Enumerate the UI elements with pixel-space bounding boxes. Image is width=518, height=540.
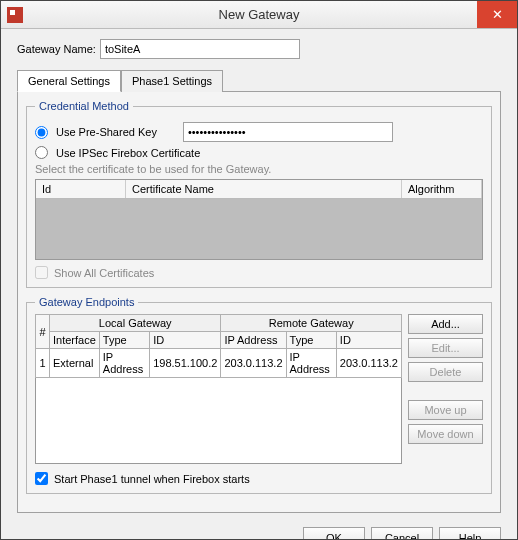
delete-button[interactable]: Delete	[408, 362, 483, 382]
dialog-footer: OK Cancel Help	[1, 519, 517, 540]
radio-use-cert[interactable]	[35, 146, 48, 159]
radio-use-psk-label: Use Pre-Shared Key	[56, 126, 157, 138]
move-up-button[interactable]: Move up	[408, 400, 483, 420]
cert-col-id[interactable]: Id	[36, 180, 126, 198]
col-group-local: Local Gateway	[50, 315, 221, 332]
cert-col-algo[interactable]: Algorithm	[402, 180, 482, 198]
col-remote-id[interactable]: ID	[336, 332, 401, 349]
cell-remote-id: 203.0.113.2	[336, 349, 401, 378]
cell-num: 1	[36, 349, 50, 378]
radio-use-cert-label: Use IPSec Firebox Certificate	[56, 147, 200, 159]
gateway-endpoints-legend: Gateway Endpoints	[35, 296, 138, 308]
gateway-name-input[interactable]	[100, 39, 300, 59]
credential-method-legend: Credential Method	[35, 100, 133, 112]
tab-general-settings[interactable]: General Settings	[17, 70, 121, 92]
show-all-certs-label: Show All Certificates	[54, 267, 154, 279]
credential-method-group: Credential Method Use Pre-Shared Key Use…	[26, 100, 492, 288]
titlebar: New Gateway ✕	[1, 1, 517, 29]
edit-button[interactable]: Edit...	[408, 338, 483, 358]
endpoints-table[interactable]: # Local Gateway Remote Gateway Interface…	[35, 314, 402, 378]
col-remote-type[interactable]: Type	[286, 332, 336, 349]
cell-remote-ip: 203.0.113.2	[221, 349, 286, 378]
gateway-endpoints-group: Gateway Endpoints # Local Gateway Remote…	[26, 296, 492, 494]
start-phase1-checkbox[interactable]	[35, 472, 48, 485]
add-button[interactable]: Add...	[408, 314, 483, 334]
table-row[interactable]: 1 External IP Address 198.51.100.2 203.0…	[36, 349, 402, 378]
cell-remote-type: IP Address	[286, 349, 336, 378]
cell-local-interface: External	[50, 349, 100, 378]
col-local-interface[interactable]: Interface	[50, 332, 100, 349]
show-all-certs-checkbox	[35, 266, 48, 279]
cert-table-body[interactable]	[36, 199, 482, 259]
tab-phase1-settings[interactable]: Phase1 Settings	[121, 70, 223, 92]
gateway-name-label: Gateway Name:	[17, 43, 96, 55]
col-hash: #	[36, 315, 50, 349]
cert-hint: Select the certificate to be used for th…	[35, 163, 483, 175]
help-button[interactable]: Help	[439, 527, 501, 540]
window-title: New Gateway	[1, 7, 517, 22]
cert-col-name[interactable]: Certificate Name	[126, 180, 402, 198]
endpoints-table-empty[interactable]	[35, 378, 402, 464]
ok-button[interactable]: OK	[303, 527, 365, 540]
close-icon: ✕	[492, 7, 503, 22]
radio-use-psk[interactable]	[35, 126, 48, 139]
cancel-button[interactable]: Cancel	[371, 527, 433, 540]
tabs: General Settings Phase1 Settings	[17, 69, 501, 92]
app-icon	[7, 7, 23, 23]
col-remote-ip[interactable]: IP Address	[221, 332, 286, 349]
start-phase1-label: Start Phase1 tunnel when Firebox starts	[54, 473, 250, 485]
psk-input[interactable]	[183, 122, 393, 142]
col-group-remote: Remote Gateway	[221, 315, 402, 332]
cert-table: Id Certificate Name Algorithm	[35, 179, 483, 260]
col-local-type[interactable]: Type	[99, 332, 149, 349]
cell-local-type: IP Address	[99, 349, 149, 378]
move-down-button[interactable]: Move down	[408, 424, 483, 444]
col-local-id[interactable]: ID	[150, 332, 221, 349]
cell-local-id: 198.51.100.2	[150, 349, 221, 378]
close-button[interactable]: ✕	[477, 1, 517, 28]
